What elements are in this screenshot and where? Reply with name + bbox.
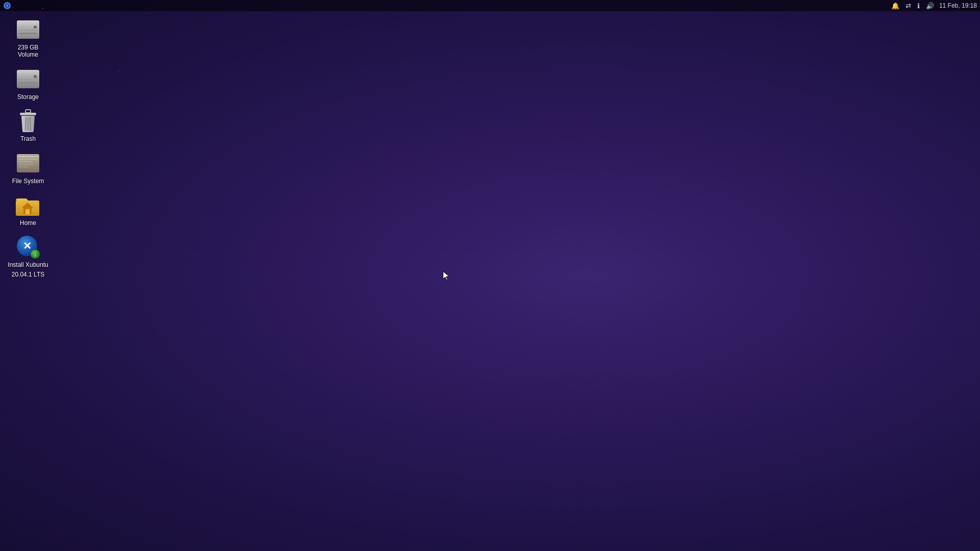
svg-rect-293 <box>19 27 31 28</box>
svg-rect-292 <box>19 30 37 31</box>
svg-text:✕: ✕ <box>23 240 32 252</box>
svg-rect-296 <box>19 82 37 84</box>
svg-point-294 <box>34 26 37 29</box>
storage-image <box>16 67 40 91</box>
volume-icon[interactable]: 🔊 <box>925 2 935 10</box>
svg-point-289 <box>6 5 8 7</box>
taskbar-left <box>3 2 11 10</box>
home-image <box>16 193 40 217</box>
network-icon[interactable]: ⇄ <box>905 2 912 10</box>
svg-rect-300 <box>25 110 31 113</box>
svg-rect-301 <box>20 113 36 115</box>
svg-line-304 <box>30 118 31 130</box>
hdd-volume-image <box>16 17 40 42</box>
svg-rect-310 <box>18 166 29 167</box>
svg-line-302 <box>25 118 26 130</box>
svg-rect-314 <box>25 209 30 214</box>
trash-image <box>16 109 40 133</box>
install-label-line2: 20.04.1 LTS <box>12 271 45 278</box>
svg-point-299 <box>34 75 37 78</box>
info-icon[interactable]: ℹ <box>916 2 921 10</box>
home-label: Home <box>20 219 36 227</box>
svg-rect-308 <box>18 161 33 162</box>
svg-rect-306 <box>18 156 38 157</box>
desktop-icon-storage[interactable]: Storage <box>5 65 51 103</box>
desktop-icon-hdd-volume[interactable]: 239 GB Volume <box>5 15 51 61</box>
clock: 11 Feb, 19:18 <box>939 2 977 9</box>
install-label-line1: Install Xubuntu <box>8 261 48 268</box>
taskbar-right: 🔔 ⇄ ℹ 🔊 11 Feb, 19:18 <box>890 2 977 10</box>
filesystem-image <box>16 151 40 176</box>
taskbar: 🔔 ⇄ ℹ 🔊 11 Feb, 19:18 <box>0 0 980 11</box>
install-image: ✕ ↓ <box>16 235 40 259</box>
desktop-background <box>0 0 980 551</box>
trash-label: Trash <box>20 135 36 142</box>
app-menu-icon[interactable] <box>3 2 11 10</box>
svg-rect-297 <box>19 79 37 80</box>
svg-rect-291 <box>19 33 37 34</box>
desktop-icon-filesystem[interactable]: File System <box>5 149 51 187</box>
svg-rect-298 <box>19 76 31 77</box>
svg-rect-309 <box>18 164 35 165</box>
desktop-icon-install[interactable]: ✕ ↓ Install Xubuntu 20.04.1 LTS <box>5 233 51 280</box>
svg-rect-307 <box>18 159 38 160</box>
storage-label: Storage <box>17 93 39 101</box>
hdd-volume-label: 239 GB Volume <box>7 44 49 59</box>
desktop-icons-container: 239 GB Volume Storage <box>5 15 51 280</box>
notification-bell-icon[interactable]: 🔔 <box>890 2 900 10</box>
desktop-icon-home[interactable]: Home <box>5 191 51 229</box>
svg-text:↓: ↓ <box>34 251 37 258</box>
desktop-icon-trash[interactable]: Trash <box>5 107 51 144</box>
filesystem-label: File System <box>12 178 44 185</box>
